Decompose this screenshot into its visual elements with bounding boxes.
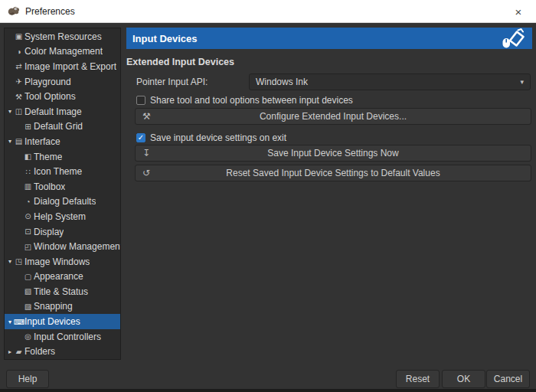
input-devices-icon: ⌨ — [14, 318, 24, 326]
sidebar-item-dialog-defaults[interactable]: ◔Dialog Defaults — [5, 194, 120, 210]
playground-icon: ✈ — [14, 77, 24, 86]
window-management-icon: ◰ — [23, 243, 33, 251]
configure-extended-devices-button[interactable]: ⚒ Configure Extended Input Devices... — [135, 108, 531, 125]
pointer-api-dropdown[interactable]: Windows Ink ▾ — [249, 74, 531, 90]
title-status-icon: ▧ — [23, 287, 33, 296]
help-button[interactable]: Help — [6, 370, 49, 388]
appearance-icon: ▢ — [23, 273, 33, 281]
sidebar-item-color-management[interactable]: ◑Color Management — [5, 44, 120, 60]
sidebar-item-default-image[interactable]: ▾◫Default Image — [5, 104, 120, 119]
sidebar-item-label: Input Devices — [25, 316, 80, 327]
sidebar-item-label: Input Controllers — [34, 332, 101, 342]
folders-icon: ▰ — [14, 348, 24, 356]
configure-button-label: Configure Extended Input Devices... — [260, 111, 407, 122]
sidebar-item-label: Help System — [34, 211, 86, 222]
image-import-export-icon: ⇄ — [14, 62, 24, 70]
reset-saved-settings-button[interactable]: ↺ Reset Saved Input Device Settings to D… — [135, 165, 531, 181]
sidebar-item-playground[interactable]: ✈Playground — [5, 74, 120, 90]
sidebar-item-label: Appearance — [34, 271, 83, 282]
sidebar-item-label: Display — [34, 227, 64, 237]
pointer-api-row: Pointer Input API: Windows Ink ▾ — [126, 74, 532, 90]
cancel-button[interactable]: Cancel — [486, 370, 530, 388]
sidebar-item-help-system[interactable]: ⊙Help System — [5, 209, 120, 224]
dialog-defaults-icon: ◔ — [23, 198, 33, 206]
sidebar-item-label: Default Grid — [34, 121, 83, 132]
sidebar-item-default-grid[interactable]: ⊞Default Grid — [5, 119, 120, 135]
close-icon[interactable]: × — [501, 0, 536, 23]
sidebar-item-label: Snapping — [34, 301, 73, 312]
tool-options-icon: ⚒ — [14, 93, 24, 101]
sidebar-item-window-management[interactable]: ◰Window Management — [5, 239, 120, 254]
expander-open-icon[interactable]: ▾ — [6, 108, 14, 115]
sidebar-item-icon-theme[interactable]: ∷Icon Theme — [5, 164, 120, 179]
pointer-api-value: Windows Ink — [256, 77, 520, 87]
sidebar-item-label: Color Management — [25, 46, 103, 57]
sidebar-item-appearance[interactable]: ▢Appearance — [5, 270, 120, 285]
interface-icon: ▤ — [14, 137, 24, 145]
window-title: Preferences — [25, 6, 75, 17]
sidebar-item-label: Playground — [25, 77, 71, 87]
sidebar-item-label: Image Windows — [25, 256, 90, 267]
sidebar-item-title-status[interactable]: ▧Title & Status — [5, 284, 120, 299]
sidebar-item-label: Theme — [34, 152, 62, 162]
sidebar-item-label: Title & Status — [34, 286, 88, 297]
page-title: Input Devices — [132, 33, 500, 44]
checkbox-unchecked-icon[interactable] — [136, 96, 145, 105]
sidebar-item-input-controllers[interactable]: ◎Input Controllers — [5, 329, 120, 345]
preferences-window: ▣System Resources◑Color Management⇄Image… — [0, 23, 536, 392]
sidebar-item-label: Tool Options — [25, 91, 76, 102]
snapping-icon: ▨ — [23, 302, 33, 311]
input-controllers-icon: ◎ — [23, 332, 33, 341]
sidebar-item-label: Window Management — [34, 241, 120, 252]
default-grid-icon: ⊞ — [23, 122, 33, 131]
sidebar-item-label: Image Import & Export — [25, 61, 116, 72]
help-system-icon: ⊙ — [23, 212, 33, 220]
gimp-wilber-icon — [7, 6, 21, 17]
expander-open-icon[interactable]: ▾ — [6, 318, 14, 325]
save-on-exit-checkbox[interactable]: ✓ Save input device settings on exit — [136, 132, 286, 143]
input-devices-header-icon — [500, 28, 526, 48]
sidebar-item-label: Interface — [25, 136, 60, 147]
sidebar-item-label: Dialog Defaults — [34, 196, 96, 207]
save-settings-now-button[interactable]: ↧ Save Input Device Settings Now — [135, 145, 531, 162]
sidebar-item-image-windows[interactable]: ▾◳Image Windows — [5, 254, 120, 270]
sidebar-item-image-import-export[interactable]: ⇄Image Import & Export — [5, 59, 120, 74]
sidebar-item-interface[interactable]: ▾▤Interface — [5, 134, 120, 149]
checkbox-checked-icon[interactable]: ✓ — [136, 133, 145, 142]
system-resources-icon: ▣ — [14, 32, 24, 41]
theme-icon: ◧ — [23, 152, 33, 161]
sidebar-item-label: Icon Theme — [34, 166, 82, 177]
expander-open-icon[interactable]: ▾ — [6, 138, 14, 145]
sidebar-item-display[interactable]: ⊡Display — [5, 224, 120, 240]
icon-theme-icon: ∷ — [23, 168, 33, 176]
share-tool-options-label: Share tool and tool options between inpu… — [150, 95, 353, 106]
preferences-category-tree: ▣System Resources◑Color Management⇄Image… — [4, 28, 121, 360]
reset-button-label: Reset Saved Input Device Settings to Def… — [226, 168, 440, 178]
save-icon: ↧ — [142, 148, 150, 158]
sidebar-item-label: System Resources — [25, 31, 102, 42]
sidebar-item-toolbox[interactable]: ▥Toolbox — [5, 179, 120, 194]
save-button-label: Save Input Device Settings Now — [267, 148, 398, 158]
section-title: Extended Input Devices — [126, 57, 234, 67]
configure-icon: ⚒ — [142, 111, 151, 122]
sidebar-item-folders[interactable]: ▸▰Folders — [5, 344, 120, 359]
sidebar-item-system-resources[interactable]: ▣System Resources — [5, 29, 120, 44]
expander-closed-icon[interactable]: ▸ — [6, 348, 14, 355]
sidebar-item-label: Toolbox — [34, 181, 65, 192]
titlebar: Preferences × — [0, 0, 536, 23]
share-tool-options-checkbox[interactable]: Share tool and tool options between inpu… — [136, 95, 353, 106]
expander-open-icon[interactable]: ▾ — [6, 258, 14, 265]
display-icon: ⊡ — [23, 227, 33, 236]
sidebar-item-theme[interactable]: ◧Theme — [5, 149, 120, 165]
reset-button[interactable]: Reset — [396, 370, 440, 388]
sidebar-item-snapping[interactable]: ▨Snapping — [5, 299, 120, 315]
sidebar-item-tool-options[interactable]: ⚒Tool Options — [5, 89, 120, 104]
reset-icon: ↺ — [142, 168, 150, 178]
sidebar-item-label: Default Image — [25, 106, 82, 117]
chevron-down-icon: ▾ — [520, 78, 524, 86]
page-header: Input Devices — [126, 28, 532, 49]
default-image-icon: ◫ — [14, 107, 24, 116]
sidebar-item-input-devices[interactable]: ▾⌨Input Devices — [5, 314, 120, 329]
ok-button[interactable]: OK — [442, 370, 485, 388]
image-windows-icon: ◳ — [14, 257, 24, 266]
